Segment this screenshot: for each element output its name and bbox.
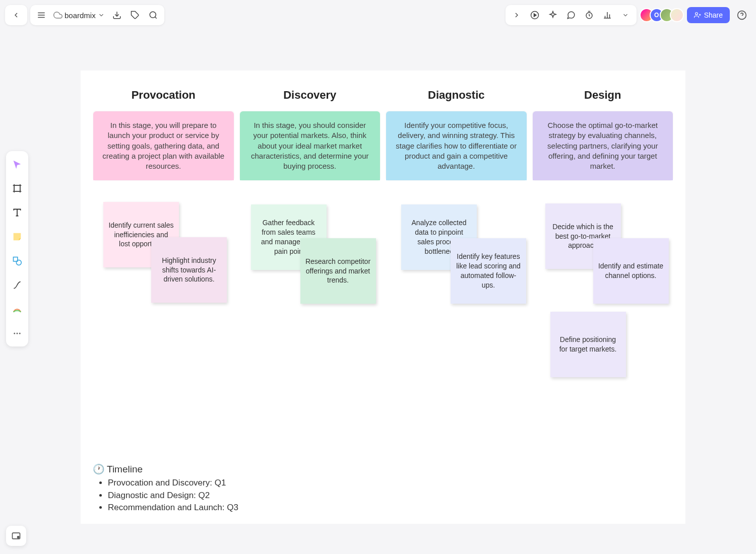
download-button[interactable] — [108, 6, 126, 24]
timeline-section[interactable]: 🕐 Timeline Provocation and Discovery: Q1… — [93, 463, 238, 514]
column-discovery[interactable]: DiscoveryIn this stage, you should consi… — [239, 71, 381, 181]
svg-line-6 — [155, 17, 156, 18]
back-button[interactable] — [7, 6, 25, 24]
tag-button[interactable] — [126, 6, 144, 24]
board-title-dropdown[interactable]: boardmix — [50, 11, 108, 20]
sticky-note[interactable]: Research competitor offerings and market… — [300, 238, 376, 304]
column-title: Discovery — [239, 71, 381, 111]
svg-point-32 — [19, 333, 21, 334]
connector-tool[interactable] — [8, 276, 26, 294]
svg-point-34 — [18, 536, 19, 538]
chevron-down-icon — [98, 12, 105, 19]
canvas-frame[interactable]: ProvocationIn this stage, you will prepa… — [81, 71, 685, 524]
text-tool[interactable] — [8, 203, 26, 222]
svg-point-30 — [14, 333, 15, 334]
column-design[interactable]: DesignChoose the optimal go-to-market st… — [532, 71, 674, 181]
svg-point-29 — [16, 260, 21, 265]
timeline-item: Recommendation and Launch: Q3 — [108, 502, 238, 514]
column-title: Provocation — [93, 71, 234, 111]
more-tools[interactable] — [8, 324, 26, 342]
sparkle-button[interactable] — [544, 6, 562, 24]
sticky-note-tool[interactable] — [8, 228, 26, 246]
timeline-item: Diagnostic and Design: Q2 — [108, 490, 238, 502]
menu-button[interactable] — [32, 6, 50, 24]
comment-button[interactable] — [562, 6, 580, 24]
select-tool[interactable] — [8, 155, 26, 173]
share-button[interactable]: Share — [687, 7, 730, 23]
more-button[interactable] — [616, 6, 635, 24]
avatar[interactable] — [670, 8, 684, 22]
timeline-title: Timeline — [107, 464, 143, 475]
cloud-icon — [53, 11, 62, 20]
column-description: Identify your competitive focus, deliver… — [386, 111, 527, 180]
board-title: boardmix — [65, 11, 96, 20]
tool-sidebar — [6, 151, 28, 347]
minimap-button[interactable] — [6, 526, 26, 546]
svg-point-5 — [150, 12, 156, 18]
column-title: Diagnostic — [386, 71, 527, 111]
column-diagnostic[interactable]: DiagnosticIdentify your competitive focu… — [386, 71, 527, 181]
column-title: Design — [532, 71, 674, 111]
sticky-note[interactable]: Highlight industry shifts towards AI-dri… — [151, 237, 227, 303]
frame-tool[interactable] — [8, 179, 26, 197]
search-button[interactable] — [144, 6, 162, 24]
timeline-item: Provocation and Discovery: Q1 — [108, 477, 238, 490]
svg-point-14 — [695, 13, 698, 15]
help-button[interactable] — [733, 6, 751, 24]
svg-rect-21 — [14, 185, 20, 191]
share-icon — [694, 12, 701, 19]
collaborator-avatars[interactable]: O — [640, 8, 684, 22]
svg-marker-8 — [534, 14, 536, 17]
column-description: In this stage, you should consider your … — [240, 111, 381, 180]
share-label: Share — [704, 11, 723, 19]
column-description: In this stage, you will prepare to launc… — [93, 111, 234, 180]
sticky-note[interactable]: Identify and estimate channel options. — [593, 238, 669, 304]
column-provocation[interactable]: ProvocationIn this stage, you will prepa… — [93, 71, 234, 181]
pen-tool[interactable] — [8, 300, 26, 318]
column-description: Choose the optimal go-to-market strategy… — [533, 111, 673, 180]
shape-tool[interactable] — [8, 252, 26, 270]
sticky-note[interactable]: Define positioning for target markets. — [550, 312, 626, 377]
expand-button[interactable] — [508, 6, 526, 24]
chart-button[interactable] — [598, 6, 616, 24]
svg-point-31 — [17, 333, 18, 334]
timer-button[interactable] — [580, 6, 598, 24]
clock-icon: 🕐 — [93, 463, 105, 475]
sticky-note[interactable]: Identify key features like lead scoring … — [451, 238, 526, 304]
svg-marker-19 — [14, 161, 21, 169]
present-button[interactable] — [526, 6, 544, 24]
